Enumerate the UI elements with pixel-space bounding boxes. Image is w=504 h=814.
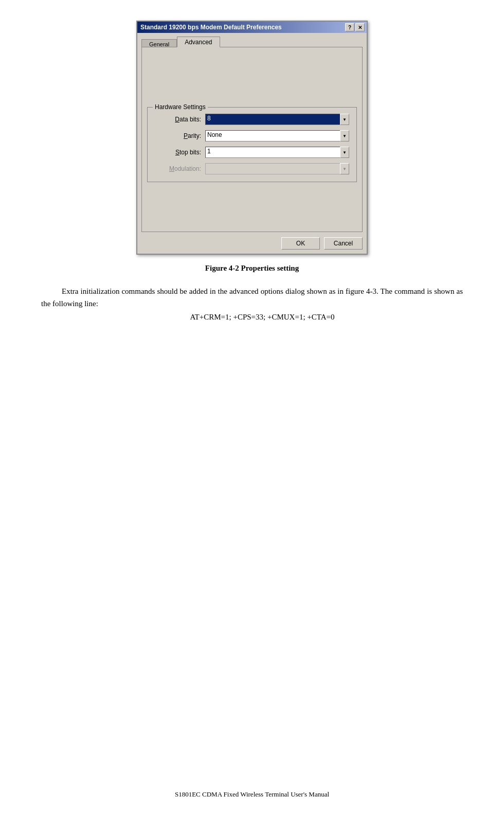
page-footer: S1801EC CDMA Fixed Wireless Terminal Use…	[0, 790, 504, 799]
dialog-title: Standard 19200 bps Modem Default Prefere…	[140, 24, 345, 31]
dialog-titlebar: Standard 19200 bps Modem Default Prefere…	[137, 22, 367, 33]
modulation-select-container: ▼	[205, 163, 349, 174]
cancel-button[interactable]: Cancel	[324, 237, 363, 250]
parity-select-container: None ▼	[205, 130, 349, 141]
dialog-window: Standard 19200 bps Modem Default Prefere…	[136, 21, 368, 255]
body-paragraph: Extra initialization commands should be …	[41, 285, 463, 310]
data-bits-display[interactable]: 8	[205, 114, 349, 125]
modulation-row: Modulation: ▼	[155, 163, 349, 174]
dialog-wrapper: Standard 19200 bps Modem Default Prefere…	[136, 21, 368, 255]
dialog-body: General Advanced Hardware Settings	[137, 33, 367, 254]
hardware-settings-group: Hardware Settings Data bits: 8 ▼	[147, 107, 357, 182]
tab-advanced[interactable]: Advanced	[177, 37, 220, 47]
data-bits-row: Data bits: 8 ▼	[155, 114, 349, 125]
data-bits-label: Data bits:	[155, 116, 201, 123]
stop-bits-select-container: 1 ▼	[205, 147, 349, 158]
command-line: AT+CRM=1; +CPS=33; +CMUX=1; +CTA=0	[190, 313, 334, 322]
tab-content-advanced: Hardware Settings Data bits: 8 ▼	[141, 47, 363, 232]
hardware-group-legend: Hardware Settings	[153, 103, 208, 111]
figure-caption: Figure 4-2 Properties setting	[205, 264, 299, 273]
stop-bits-display[interactable]: 1	[205, 147, 349, 158]
parity-row: Parity: None ▼	[155, 130, 349, 141]
modulation-display	[205, 163, 349, 174]
tabs-row: General Advanced	[141, 36, 363, 47]
help-button[interactable]: ?	[345, 23, 354, 31]
close-button[interactable]: ✕	[355, 23, 365, 31]
stop-bits-row: Stop bits: 1 ▼	[155, 147, 349, 158]
stop-bits-label: Stop bits:	[155, 149, 201, 156]
data-bits-select-container: 8 ▼	[205, 114, 349, 125]
ok-button[interactable]: OK	[281, 237, 320, 250]
dialog-title-buttons: ? ✕	[345, 23, 365, 31]
parity-display[interactable]: None	[205, 130, 349, 141]
parity-label: Parity:	[155, 132, 201, 139]
dialog-buttons: OK Cancel	[141, 237, 363, 250]
modulation-label: Modulation:	[155, 165, 201, 172]
